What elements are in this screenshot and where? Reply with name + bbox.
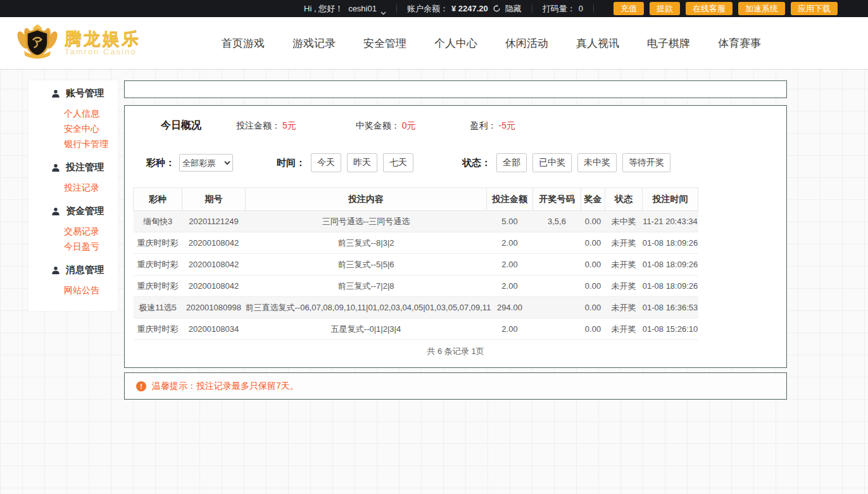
filter-status-won[interactable]: 已中奖 [532, 153, 572, 172]
filter-status-lost[interactable]: 未中奖 [577, 153, 617, 172]
cell-result [533, 276, 581, 297]
sidebar-item-site-announcements[interactable]: 网站公告 [28, 282, 118, 298]
user-icon [51, 163, 60, 172]
cell-prize: 0.00 [581, 254, 605, 276]
sidebar-section-bet-management: 投注管理投注记录 [28, 160, 118, 195]
sidebar-title-funds-management[interactable]: 资金管理 [28, 203, 118, 219]
overview-title: 今日概况 [161, 119, 201, 132]
sidebar-item-today-profit[interactable]: 今日盈亏 [28, 239, 118, 254]
cell-amount: 5.00 [487, 211, 533, 232]
stat-label: 盈利： [470, 120, 497, 132]
sidebar-item-bank-card-management[interactable]: 银行卡管理 [28, 136, 118, 151]
cell-prize: 0.00 [581, 211, 605, 232]
cell-content: 前三复式--7|2|8 [246, 276, 487, 297]
sidebar-title-label: 消息管理 [66, 264, 104, 276]
cell-content: 三同号通选--三同号通选 [246, 211, 487, 232]
sidebar-title-label: 投注管理 [66, 162, 104, 174]
sidebar-item-security-center[interactable]: 安全中心 [28, 121, 118, 136]
sidebar-section-funds-management: 资金管理交易记录今日盈亏 [28, 203, 118, 254]
nav-live-video[interactable]: 真人视讯 [576, 36, 619, 51]
topbar-divider [593, 4, 594, 13]
sidebar-title-message-management[interactable]: 消息管理 [28, 262, 118, 278]
stat-label: 投注金额： [236, 120, 280, 132]
today-overview: 今日概况 投注金额： 5元 中奖金额： 0元 盈利： -5元 [161, 119, 786, 132]
column-header: 状态 [605, 188, 643, 211]
filter-status-all[interactable]: 全部 [496, 153, 527, 172]
status-filter-buttons: 全部已中奖未中奖等待开奖 [496, 153, 670, 172]
nav-board-games[interactable]: 电子棋牌 [647, 36, 690, 51]
sidebar-items: 交易记录今日盈亏 [28, 224, 118, 254]
cell-lottery: 重庆时时彩 [134, 232, 182, 254]
cell-result [533, 319, 581, 340]
column-header: 投注金额 [487, 188, 533, 211]
time-filter-label: 时间： [277, 157, 305, 169]
cell-status: 未开奖 [605, 297, 643, 319]
announcement-bar [124, 80, 787, 98]
column-header: 开奖号码 [533, 188, 581, 211]
cell-prize: 0.00 [581, 232, 605, 254]
turnover-value: 0 [579, 4, 583, 13]
logo-title: 腾龙娱乐 [65, 30, 141, 48]
nav-security-management[interactable]: 安全管理 [363, 36, 406, 51]
table-body: 缅甸快320201121249三同号通选--三同号通选5.003,5,60.00… [134, 211, 698, 340]
cell-status: 未开奖 [605, 319, 643, 340]
sidebar-section-message-management: 消息管理网站公告 [28, 262, 118, 298]
filter-time-yesterday[interactable]: 昨天 [347, 153, 377, 172]
cell-time: 11-21 20:43:34 [643, 211, 698, 232]
chevron-down-icon [381, 8, 386, 11]
sidebar: 账号管理个人信息安全中心银行卡管理投注管理投注记录资金管理交易记录今日盈亏消息管… [28, 80, 118, 311]
cell-time: 01-08 18:09:26 [643, 232, 698, 254]
recharge-button[interactable]: 充值 [613, 2, 644, 15]
site-header: 腾龙娱乐 Tamron Casino 首页游戏游戏记录安全管理个人中心休闲活动真… [0, 17, 868, 70]
sidebar-title-account-management[interactable]: 账号管理 [28, 86, 118, 101]
sidebar-item-personal-info[interactable]: 个人信息 [28, 106, 118, 121]
filter-status-waiting-draw[interactable]: 等待开奖 [622, 153, 670, 172]
topbar-divider [396, 4, 397, 13]
sidebar-items: 个人信息安全中心银行卡管理 [28, 106, 118, 151]
column-header: 期号 [182, 188, 246, 211]
speed-system-button[interactable]: 加速系统 [738, 2, 785, 15]
stat-win-amount: 中奖金额： 0元 [356, 120, 416, 132]
status-filter-label: 状态： [462, 157, 491, 169]
table-row: 重庆时时彩20200108042前三复式--5|5|62.000.00未开奖01… [134, 254, 698, 276]
topbar-divider [532, 4, 532, 13]
lottery-select[interactable]: 全部彩票 [179, 154, 233, 172]
online-service-button[interactable]: 在线客服 [686, 2, 733, 15]
cell-amount: 2.00 [487, 276, 533, 297]
cell-issue: 20200108042 [182, 254, 246, 276]
sidebar-title-bet-management[interactable]: 投注管理 [28, 160, 118, 175]
main-nav: 首页游戏游戏记录安全管理个人中心休闲活动真人视讯电子棋牌体育赛事 [222, 36, 761, 51]
cell-prize: 0.00 [581, 276, 605, 297]
app-download-button[interactable]: 应用下载 [791, 2, 838, 15]
page: Hi , 您好！ ceshi01 账户余额： ¥ 2247.20 隐藏 打码量：… [0, 0, 868, 494]
nav-game-records[interactable]: 游戏记录 [292, 36, 336, 51]
stat-profit: 盈利： -5元 [470, 120, 515, 132]
bet-records-panel: 今日概况 投注金额： 5元 中奖金额： 0元 盈利： -5元 彩种： 全部彩票 … [124, 105, 787, 368]
sidebar-item-bet-records[interactable]: 投注记录 [28, 180, 118, 195]
balance-label: 账户余额： [407, 3, 448, 15]
cell-time: 01-08 15:26:10 [643, 319, 698, 340]
nav-personal-center[interactable]: 个人中心 [434, 36, 477, 51]
cell-issue: 20200108034 [182, 319, 246, 340]
filter-time-today[interactable]: 今天 [311, 153, 341, 172]
nav-home-games[interactable]: 首页游戏 [222, 36, 265, 51]
refresh-balance-icon[interactable] [493, 4, 501, 13]
cell-content: 前三复式--5|5|6 [246, 254, 487, 276]
nav-sports-events[interactable]: 体育赛事 [718, 36, 761, 51]
user-icon [51, 89, 60, 98]
cell-lottery: 重庆时时彩 [134, 254, 182, 276]
stat-label: 中奖金额： [356, 120, 400, 132]
cell-issue: 20201121249 [182, 211, 246, 232]
nav-leisure-activities[interactable]: 休闲活动 [505, 36, 548, 51]
user-menu[interactable]: Hi , 您好！ ceshi01 [304, 3, 386, 15]
column-header: 投注时间 [643, 188, 698, 211]
table-header: 彩种期号投注内容投注金额开奖号码奖金状态投注时间 [134, 188, 698, 211]
hide-balance-link[interactable]: 隐藏 [505, 3, 522, 15]
cell-lottery: 极速11选5 [134, 297, 182, 319]
sidebar-item-transaction-records[interactable]: 交易记录 [28, 224, 118, 239]
withdraw-button[interactable]: 提款 [650, 2, 680, 15]
cell-time: 01-08 18:09:26 [643, 254, 698, 276]
site-logo[interactable]: 腾龙娱乐 Tamron Casino [15, 22, 141, 64]
sidebar-items: 投注记录 [28, 180, 118, 195]
filter-time-seven-days[interactable]: 七天 [383, 153, 413, 172]
